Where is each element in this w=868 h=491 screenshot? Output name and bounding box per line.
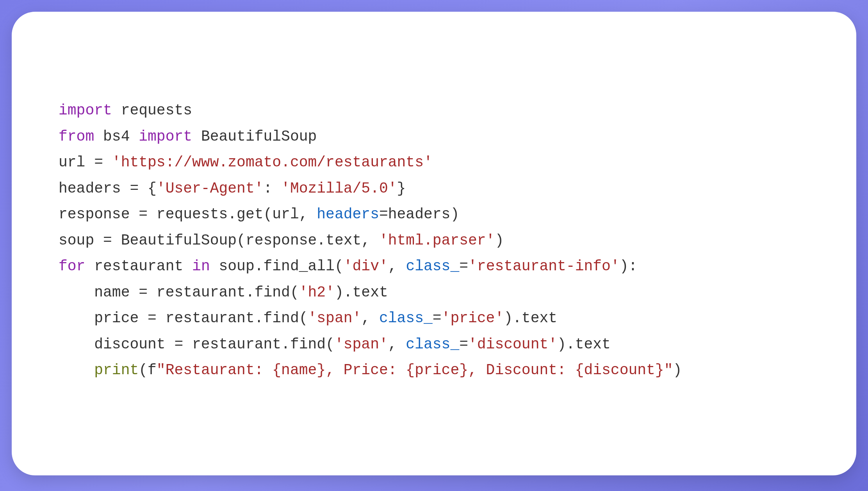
line-discount: discount = restaurant.find( [59, 336, 335, 353]
eq3: = [459, 336, 468, 353]
code-card: import requests from bs4 import Beautifu… [12, 12, 856, 475]
fstring-open: (f [139, 362, 157, 379]
eq2: = [433, 310, 442, 327]
for-close: ): [620, 258, 638, 275]
keyword-import2: import [139, 128, 192, 145]
var-soup: soup = BeautifulSoup(response.text, [59, 232, 379, 249]
paren-close: ) [495, 232, 504, 249]
colon: : [264, 180, 282, 197]
class-beautifulsoup: BeautifulSoup [192, 128, 317, 145]
string-useragent-key: 'User-Agent' [157, 180, 264, 197]
comma: , [388, 258, 406, 275]
line-name: name = restaurant.find( [59, 284, 299, 301]
var-url: url = [59, 154, 112, 171]
brace-close: } [397, 180, 406, 197]
module-requests: requests [112, 102, 192, 119]
string-span1: 'span' [308, 310, 362, 327]
string-url: 'https://www.zomato.com/restaurants' [112, 154, 433, 171]
string-div: 'div' [344, 258, 388, 275]
line8-end: ).text [335, 284, 388, 301]
code-block: import requests from bs4 import Beautifu… [59, 98, 817, 384]
line5-end: =headers) [379, 206, 459, 223]
line10-end: ).text [557, 336, 611, 353]
param-class: class_ [406, 258, 459, 275]
string-h2: 'h2' [299, 284, 335, 301]
call-findall: soup.find_all( [210, 258, 344, 275]
module-bs4: bs4 [94, 128, 139, 145]
fstring-body: "Restaurant: {name}, Price: {price}, Dis… [157, 362, 673, 379]
string-price: 'price' [442, 310, 504, 327]
builtin-print: print [94, 362, 139, 379]
string-span2: 'span' [335, 336, 388, 353]
param-headers: headers [317, 206, 379, 223]
keyword-import: import [59, 102, 112, 119]
var-restaurant: restaurant [85, 258, 192, 275]
string-useragent-val: 'Mozilla/5.0' [281, 180, 397, 197]
comma2: , [361, 310, 379, 327]
keyword-from: from [59, 128, 94, 145]
string-discount: 'discount' [468, 336, 557, 353]
indent-print [59, 362, 94, 379]
line9-end: ).text [504, 310, 557, 327]
keyword-for: for [59, 258, 85, 275]
keyword-in: in [192, 258, 210, 275]
string-parser: 'html.parser' [379, 232, 495, 249]
var-headers: headers = { [59, 180, 157, 197]
eq: = [459, 258, 468, 275]
string-restaurant-info: 'restaurant-info' [468, 258, 620, 275]
comma3: , [388, 336, 406, 353]
var-response: response = requests.get(url, [59, 206, 317, 223]
print-close: ) [673, 362, 682, 379]
param-class3: class_ [406, 336, 459, 353]
param-class2: class_ [379, 310, 433, 327]
line-price: price = restaurant.find( [59, 310, 308, 327]
